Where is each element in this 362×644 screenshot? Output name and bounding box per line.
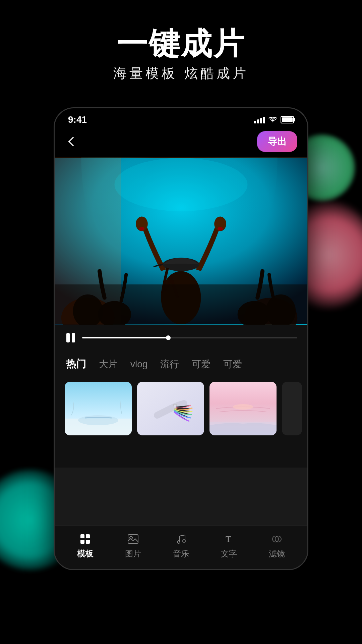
tab-vlog[interactable]: vlog <box>129 357 149 372</box>
nav-item-filter[interactable]: 滤镜 <box>260 532 294 559</box>
svg-rect-10 <box>218 227 223 230</box>
svg-text:T: T <box>226 534 231 544</box>
timeline <box>65 332 297 344</box>
pause-bar-left <box>66 333 70 342</box>
tab-cute2[interactable]: 可爱 <box>222 356 243 373</box>
nav-item-image[interactable]: 图片 <box>116 532 150 559</box>
svg-point-17 <box>115 158 248 211</box>
playback-bar <box>55 325 307 352</box>
svg-rect-30 <box>86 540 90 544</box>
status-time: 9:41 <box>68 114 87 125</box>
nav-label-music: 音乐 <box>173 548 189 559</box>
bottom-nav: 模板 图片 音乐 <box>55 525 307 569</box>
template-grid <box>55 378 307 441</box>
progress-fill <box>82 337 168 338</box>
battery-icon <box>281 116 294 123</box>
tab-popular[interactable]: 流行 <box>159 356 180 373</box>
text-icon: T <box>222 532 236 546</box>
svg-rect-31 <box>128 535 138 543</box>
pause-bar-right <box>72 333 75 342</box>
phone-frame: 9:41 导出 <box>54 107 308 570</box>
nav-label-template: 模板 <box>77 548 93 559</box>
image-icon <box>126 532 140 546</box>
status-bar: 9:41 <box>55 108 307 128</box>
category-tabs: 热门 大片 vlog 流行 可爱 可爱 <box>55 352 307 378</box>
back-chevron-icon <box>68 137 78 146</box>
nav-label-image: 图片 <box>125 548 141 559</box>
svg-rect-26 <box>282 382 302 435</box>
wifi-icon <box>268 116 277 123</box>
template-item-4[interactable] <box>282 382 302 435</box>
nav-item-music[interactable]: 音乐 <box>164 532 198 559</box>
status-icons <box>254 116 294 123</box>
music-icon <box>174 532 188 546</box>
progress-thumb[interactable] <box>166 335 171 340</box>
nav-item-text[interactable]: T 文字 <box>212 532 246 559</box>
template-item-1[interactable] <box>65 382 132 435</box>
template-item-2[interactable] <box>137 382 204 435</box>
top-nav: 导出 <box>55 128 307 157</box>
template-icon <box>78 532 92 546</box>
svg-point-24 <box>233 404 253 410</box>
progress-track[interactable] <box>82 337 297 338</box>
top-header: 一键成片 海量模板 炫酷成片 <box>0 27 362 83</box>
svg-rect-28 <box>86 534 90 538</box>
video-area <box>55 157 307 325</box>
tab-bigshot[interactable]: 大片 <box>98 356 119 373</box>
export-button[interactable]: 导出 <box>257 131 297 152</box>
svg-rect-29 <box>80 540 84 544</box>
svg-rect-27 <box>80 534 84 538</box>
svg-point-20 <box>78 415 118 425</box>
svg-rect-16 <box>55 284 307 324</box>
back-button[interactable] <box>65 133 81 150</box>
tab-hot[interactable]: 热门 <box>65 355 87 373</box>
template-item-3[interactable] <box>209 382 277 435</box>
nav-item-template[interactable]: 模板 <box>68 532 102 559</box>
svg-rect-9 <box>139 227 144 230</box>
filter-icon <box>270 532 284 546</box>
main-title: 一键成片 <box>0 27 362 61</box>
nav-label-text: 文字 <box>221 548 237 559</box>
pause-button[interactable] <box>65 332 77 344</box>
tab-cute1[interactable]: 可爱 <box>190 356 212 373</box>
nav-label-filter: 滤镜 <box>269 548 285 559</box>
sub-title: 海量模板 炫酷成片 <box>0 64 362 83</box>
signal-icon <box>254 116 265 123</box>
